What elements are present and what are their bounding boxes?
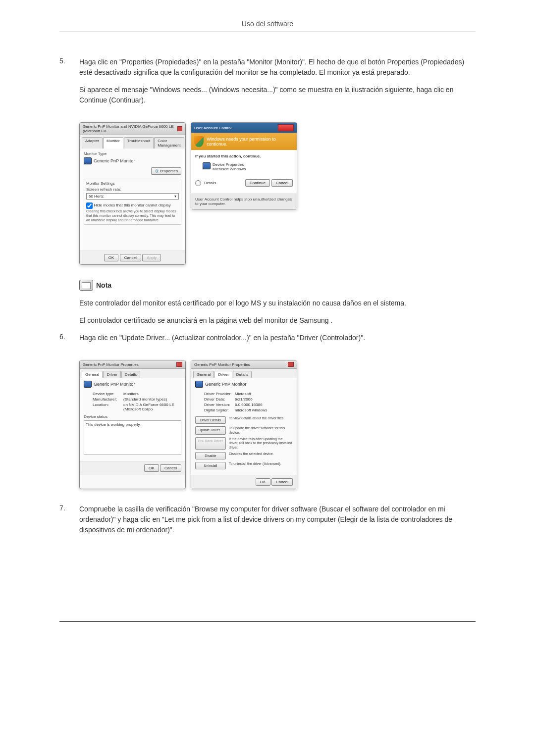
device-properties-text: Device Properties [213, 162, 246, 167]
cancel-button[interactable]: Cancel [120, 254, 141, 261]
monitor-name: Generic PnP Monitor [94, 158, 135, 163]
date-label: Driver Date: [204, 397, 235, 402]
disable-button[interactable]: Disable [195, 452, 226, 459]
step-7: 7. Compruebe la casilla de verificación … [59, 504, 476, 542]
uac-footer: User Account Control helps stop unauthor… [191, 194, 297, 209]
details-button[interactable]: Details [204, 181, 245, 185]
window-a-titlebar: Generic PnP Monitor and NVIDIA GeForce 6… [80, 123, 185, 135]
uninstall-button[interactable]: Uninstall [195, 462, 226, 469]
ok-button[interactable]: OK [256, 478, 270, 486]
monitor-properties-window: Generic PnP Monitor and NVIDIA GeForce 6… [79, 122, 186, 265]
tab-troubleshoot[interactable]: Troubleshoot [124, 137, 154, 149]
location-value: on NVIDIA GeForce 6600 LE (Microsoft Cor… [123, 403, 181, 411]
device-status-text: This device is working properly. [86, 422, 141, 427]
close-icon[interactable] [176, 362, 182, 367]
ok-button[interactable]: OK [144, 464, 159, 472]
uninstall-desc: To uninstall the driver (Advanced). [229, 462, 293, 469]
hide-modes-label: Hide modes that this monitor cannot disp… [94, 203, 171, 207]
uac-banner: Windows needs your permission to contion… [191, 133, 297, 150]
tab-details[interactable]: Details [121, 371, 140, 378]
monitor-icon [84, 381, 92, 388]
step-5-para2: Si aparece el mensaje "Windows needs... … [79, 85, 476, 105]
step-6: 6. Haga clic en "Update Driver... (Actua… [59, 333, 476, 350]
version-label: Driver Version: [204, 403, 235, 407]
manufacturer-label: Manufacturer: [93, 397, 123, 402]
note-para1: Este controlador del monitor está certif… [79, 298, 476, 308]
properties-driver-window: Generic PnP Monitor Properties General D… [191, 360, 297, 489]
step-6-number: 6. [59, 333, 79, 350]
page-header: Uso del software [59, 20, 476, 32]
uac-banner-text: Windows needs your permission to contion… [207, 137, 294, 147]
window-c-title: Generic PnP Monitor Properties [83, 362, 139, 367]
tab-details[interactable]: Details [233, 371, 252, 378]
expander-icon[interactable] [195, 180, 201, 186]
window-a-title: Generic PnP Monitor and NVIDIA GeForce 6… [83, 124, 177, 133]
window-a-tabs: Adapter Monitor Troubleshoot Color Manag… [80, 135, 185, 149]
monitor-name: Generic PnP Monitor [94, 382, 135, 387]
close-icon[interactable] [288, 362, 294, 367]
window-d-title: Generic PnP Monitor Properties [194, 362, 250, 367]
step-5-number: 5. [59, 57, 79, 112]
close-icon[interactable] [278, 124, 294, 131]
hide-modes-desc: Clearing this check box allows you to se… [86, 209, 179, 222]
driver-details-button[interactable]: Driver Details [195, 416, 226, 424]
cancel-button[interactable]: Cancel [160, 464, 181, 472]
location-label: Location: [93, 403, 123, 411]
step-5: 5. Haga clic en "Properties (Propiedades… [59, 57, 476, 112]
signer-value: microsoft windows [235, 408, 293, 412]
properties-button[interactable]: Properties [151, 167, 181, 175]
tab-general[interactable]: General [193, 371, 214, 378]
refresh-rate-value: 60 Hertz [89, 194, 104, 199]
date-value: 6/21/2006 [235, 397, 293, 402]
step-7-text: Compruebe la casilla de verificación "Br… [79, 504, 476, 535]
cancel-button[interactable]: Cancel [271, 478, 293, 486]
note-icon [79, 280, 93, 291]
refresh-rate-label: Screen refresh rate: [86, 187, 179, 192]
provider-value: Microsoft [235, 392, 293, 396]
monitor-icon [84, 157, 92, 164]
note-label: Nota [96, 281, 111, 289]
screenshot-row-1: Generic PnP Monitor and NVIDIA GeForce 6… [79, 122, 476, 265]
driver-details-desc: To view details about the driver files. [229, 416, 293, 424]
signer-label: Digital Signer: [204, 408, 235, 412]
hide-modes-checkbox[interactable] [86, 202, 93, 209]
tab-driver[interactable]: Driver [214, 371, 232, 378]
step-5-para1: Haga clic en "Properties (Propiedades)" … [79, 57, 476, 78]
window-d-tabs: General Driver Details [191, 369, 297, 378]
note-heading: Nota [79, 280, 476, 291]
uac-title: User Account Control [194, 126, 232, 130]
cancel-button[interactable]: Cancel [271, 179, 293, 187]
monitor-settings-label: Monitor Settings [86, 181, 179, 186]
monitor-type-label: Monitor Type [84, 151, 181, 156]
monitor-name: Generic PnP Monitor [205, 382, 246, 387]
rollback-driver-desc: If the device fails after updating the d… [229, 437, 293, 450]
tab-driver[interactable]: Driver [103, 371, 120, 378]
shield-icon [194, 136, 204, 147]
version-value: 6.0.6000.16386 [235, 403, 293, 407]
window-c-titlebar: Generic PnP Monitor Properties [80, 360, 185, 369]
step-7-number: 7. [59, 504, 79, 542]
screenshot-row-2: Generic PnP Monitor Properties General D… [79, 360, 476, 489]
disable-desc: Disables the selected device. [229, 452, 293, 459]
device-type-label: Device type: [93, 392, 123, 396]
device-status-box: This device is working properly. [84, 420, 181, 455]
note-para2: El controlador certificado se anunciará … [79, 315, 476, 326]
tab-adapter[interactable]: Adapter [82, 137, 103, 149]
close-icon[interactable] [177, 126, 182, 131]
tab-general[interactable]: General [82, 371, 103, 378]
device-icon [203, 162, 211, 169]
chevron-down-icon: ▾ [174, 194, 176, 199]
ok-button[interactable]: OK [104, 254, 119, 261]
tab-color-management[interactable]: Color Management [154, 137, 184, 149]
uac-window: User Account Control Windows needs your … [191, 122, 297, 209]
update-driver-button[interactable]: Update Driver... [195, 426, 226, 435]
rollback-driver-button[interactable]: Roll Back Driver [195, 437, 226, 450]
uac-if-started: If you started this action, continue. [195, 154, 293, 158]
continue-button[interactable]: Continue [245, 179, 270, 187]
apply-button[interactable]: Apply [142, 254, 161, 261]
tab-monitor[interactable]: Monitor [103, 137, 123, 149]
footer-rule [59, 621, 476, 622]
monitor-icon [195, 381, 203, 388]
manufacturer-value: (Standard monitor types) [123, 397, 181, 402]
refresh-rate-dropdown[interactable]: 60 Hertz ▾ [86, 193, 179, 200]
